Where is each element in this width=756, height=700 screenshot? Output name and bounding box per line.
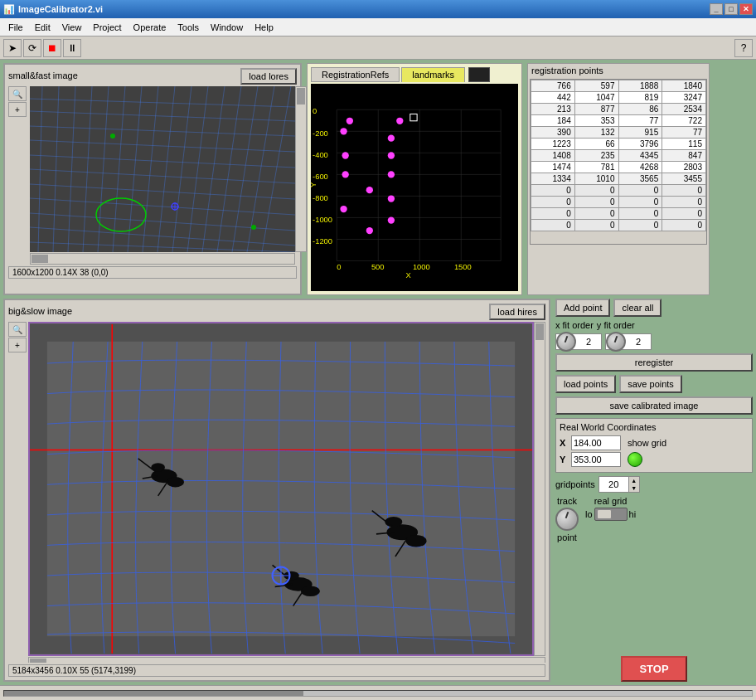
- menu-window[interactable]: Window: [206, 21, 248, 34]
- table-cell: 0: [574, 197, 618, 208]
- svg-line-21: [172, 86, 191, 252]
- y-fit-knob[interactable]: [606, 332, 626, 352]
- table-row: 0000: [531, 208, 706, 220]
- table-cell: 86: [618, 104, 662, 115]
- x-fit-label: x fit order: [555, 320, 594, 330]
- table-cell: 1010: [574, 173, 618, 185]
- svg-point-68: [342, 171, 349, 177]
- real-grid-toggle[interactable]: [594, 508, 628, 521]
- menu-project[interactable]: Project: [88, 21, 126, 34]
- table-row: 44210478193247: [531, 92, 706, 104]
- reregister-button[interactable]: reregister: [555, 353, 753, 372]
- real-grid-label: real grid: [594, 496, 628, 506]
- svg-line-24: [217, 86, 241, 252]
- big-image-hscroll[interactable]: [28, 657, 545, 663]
- toolbar-recycle[interactable]: ⟳: [23, 39, 41, 57]
- x-coord-input[interactable]: [571, 435, 621, 450]
- small-image-hscroll[interactable]: [30, 253, 295, 265]
- zoom-tool[interactable]: 🔍: [8, 86, 27, 101]
- y-fit-input[interactable]: [626, 337, 651, 347]
- y-coord-input[interactable]: [571, 452, 621, 467]
- table-row: 18435377722: [531, 115, 706, 127]
- maximize-button[interactable]: □: [724, 3, 738, 15]
- menu-view[interactable]: View: [57, 21, 87, 34]
- big-image-vscroll[interactable]: [534, 322, 545, 656]
- gridpoints-label: gridpoints: [555, 479, 595, 489]
- big-zoom-tool[interactable]: 🔍: [8, 322, 27, 337]
- gridpoints-up[interactable]: ▲: [629, 477, 639, 484]
- status-bar: [0, 685, 756, 700]
- table-cell: 3247: [662, 92, 706, 104]
- small-image-status: 1600x1200 0.14X 38 (0,0): [8, 266, 297, 279]
- svg-line-17: [113, 86, 125, 252]
- tab-landmarks[interactable]: landmarks: [401, 67, 465, 82]
- toolbar-stop[interactable]: ⏹: [43, 39, 61, 57]
- big-image-display[interactable]: [28, 322, 534, 656]
- table-cell: 0: [574, 185, 618, 197]
- table-cell: 4345: [618, 150, 662, 162]
- svg-line-23: [202, 86, 225, 252]
- menu-edit[interactable]: Edit: [30, 21, 56, 34]
- table-cell: 0: [531, 197, 575, 208]
- svg-line-27: [262, 86, 291, 252]
- gridpoints-input[interactable]: [599, 479, 628, 489]
- big-image-title: big&slow image: [8, 306, 72, 316]
- minimize-button[interactable]: _: [710, 3, 723, 15]
- reg-points-scroll[interactable]: 7665971888184044210478193247213877862534…: [530, 79, 707, 245]
- load-lores-button[interactable]: load lores: [240, 68, 297, 85]
- reg-chart[interactable]: 0 -200 -400 -600 -800 -1000 -1200 Y 0 50…: [311, 84, 518, 291]
- reg-points-table: 7665971888184044210478193247213877862534…: [531, 80, 706, 231]
- table-row: 39013291577: [531, 127, 706, 139]
- y-fit-spinbox[interactable]: [605, 333, 652, 350]
- toolbar-help[interactable]: ?: [734, 39, 753, 57]
- save-points-button[interactable]: save points: [619, 375, 682, 393]
- bottom-section: big&slow image load hires 🔍 +: [3, 299, 753, 682]
- add-point-button[interactable]: Add point: [555, 299, 610, 317]
- menu-operate[interactable]: Operate: [128, 21, 172, 34]
- small-image-vscroll[interactable]: [295, 86, 307, 252]
- big-plus-tool[interactable]: +: [8, 338, 27, 352]
- svg-line-9: [30, 213, 295, 231]
- svg-line-25: [232, 86, 258, 252]
- svg-line-13: [53, 86, 59, 252]
- stop-button[interactable]: STOP: [621, 656, 686, 682]
- close-button[interactable]: ✕: [739, 3, 753, 15]
- table-cell: 819: [618, 92, 662, 104]
- small-image-display[interactable]: [30, 86, 295, 252]
- x-fit-spinbox[interactable]: [555, 333, 602, 350]
- table-cell: 1223: [531, 139, 575, 150]
- svg-point-33: [110, 134, 115, 139]
- table-cell: 0: [574, 220, 618, 231]
- tab-registration-refs[interactable]: RegistrationRefs: [311, 67, 400, 82]
- track-knob[interactable]: [555, 508, 579, 531]
- table-cell: 3455: [662, 173, 706, 185]
- svg-line-26: [247, 86, 274, 252]
- svg-point-32: [251, 225, 256, 230]
- load-hires-button[interactable]: load hires: [489, 304, 545, 320]
- menu-file[interactable]: File: [3, 21, 28, 34]
- plus-tool[interactable]: +: [8, 102, 27, 117]
- gridpoints-spinbox[interactable]: ▲ ▼: [598, 476, 640, 493]
- table-cell: 66: [574, 139, 618, 150]
- x-fit-input[interactable]: [576, 337, 601, 347]
- point-label: point: [557, 532, 577, 542]
- toolbar-run-arrow[interactable]: ➤: [3, 39, 22, 57]
- svg-point-72: [388, 216, 395, 223]
- show-grid-led[interactable]: [628, 452, 642, 467]
- toolbar-pause[interactable]: ⏸: [63, 39, 81, 57]
- menu-tools[interactable]: Tools: [172, 21, 204, 34]
- svg-point-28: [96, 198, 146, 231]
- table-row: 76659718881840: [531, 80, 706, 92]
- save-calibrated-button[interactable]: save calibrated image: [555, 396, 753, 415]
- table-row: 1334101035653455: [531, 173, 706, 185]
- table-cell: 0: [618, 185, 662, 197]
- load-points-button[interactable]: load points: [555, 375, 616, 393]
- x-fit-knob[interactable]: [556, 332, 576, 352]
- table-cell: 3565: [618, 173, 662, 185]
- table-cell: 115: [662, 139, 706, 150]
- svg-point-64: [388, 134, 395, 141]
- table-cell: 781: [574, 162, 618, 173]
- clear-all-button[interactable]: clear all: [613, 299, 662, 317]
- menu-help[interactable]: Help: [250, 21, 279, 34]
- gridpoints-down[interactable]: ▼: [629, 484, 639, 492]
